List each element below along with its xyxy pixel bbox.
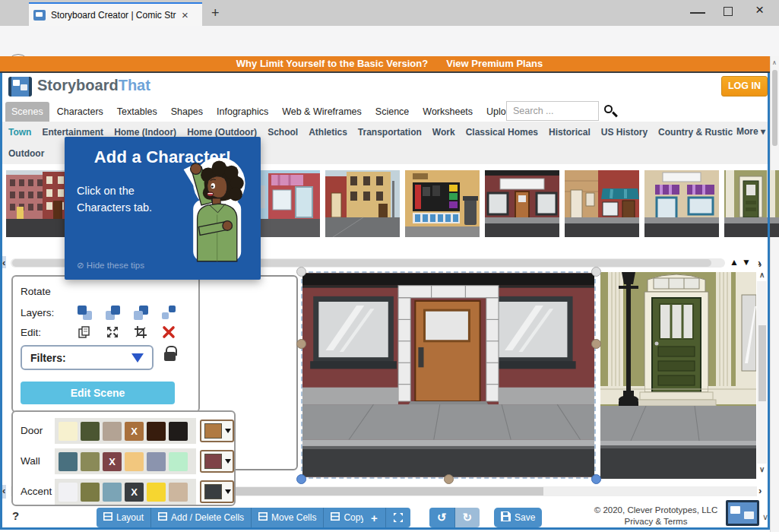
help-button[interactable]: ?	[12, 509, 19, 522]
banner-cta-link[interactable]: View Premium Plans	[446, 58, 543, 69]
door-swatch-4-selected[interactable]: X	[125, 422, 144, 441]
tab-shapes[interactable]: Shapes	[165, 102, 209, 122]
layer-forward-icon[interactable]	[106, 306, 120, 320]
category-athletics[interactable]: Athletics	[309, 127, 347, 138]
hide-tips-link[interactable]: ⊘ Hide these tips	[77, 260, 144, 271]
page-scrollbar-thumb[interactable]	[772, 70, 777, 146]
canvas-hscroll-right-icon[interactable]: ›	[758, 485, 762, 496]
tab-close-icon[interactable]: ×	[182, 8, 188, 21]
window-close-button[interactable]: ×	[755, 5, 764, 15]
wall-swatch-6[interactable]	[169, 452, 188, 471]
tab-web-wireframes[interactable]: Web & Wireframes	[276, 102, 368, 122]
door-swatch-3[interactable]	[103, 422, 122, 441]
window-minimize-button[interactable]	[690, 7, 705, 14]
new-tab-button[interactable]: +	[211, 5, 220, 21]
row-up-icon[interactable]: ▲	[730, 257, 739, 268]
move-cells-button[interactable]: Move Cells	[252, 508, 324, 527]
handle-mid-left[interactable]	[296, 339, 306, 349]
search-input[interactable]	[506, 101, 599, 121]
scene-thumbnail-purple-awning-cafe[interactable]	[644, 170, 719, 237]
wall-swatch-5[interactable]	[147, 452, 166, 471]
category-us-history[interactable]: US History	[601, 127, 648, 138]
canvas-hscroll-left-icon[interactable]: ‹	[2, 485, 5, 496]
handle-bottom-right[interactable]	[591, 474, 601, 484]
canvas-vscrollbar[interactable]	[757, 281, 767, 464]
wall-swatch-1[interactable]	[59, 452, 78, 471]
storyboard-cell-selected[interactable]	[301, 271, 596, 479]
add-element-button[interactable]: +	[363, 508, 386, 527]
category-home-outdoor-[interactable]: Home (Outdoor)	[187, 127, 257, 138]
tab-scenes[interactable]: Scenes	[5, 102, 49, 122]
accent-swatch-2[interactable]	[81, 483, 100, 502]
tab-worksheets[interactable]: Worksheets	[416, 102, 479, 122]
door-swatch-1[interactable]	[59, 422, 78, 441]
category-historical[interactable]: Historical	[549, 127, 591, 138]
lock-icon[interactable]	[164, 352, 176, 361]
thumb-scroll-left-icon[interactable]: ‹	[2, 257, 5, 268]
scene-thumbnail-newsstand[interactable]	[405, 170, 480, 237]
filters-dropdown[interactable]: Filters:	[21, 345, 154, 370]
page-scrollbar[interactable]: ∧	[770, 56, 779, 532]
accent-swatch-4-selected[interactable]: X	[125, 483, 144, 502]
tab-characters[interactable]: Characters	[51, 102, 109, 122]
scene-thumbnail-street-corner[interactable]	[325, 170, 400, 237]
layer-back-icon[interactable]	[162, 306, 176, 320]
door-color-dropdown[interactable]	[200, 420, 234, 442]
more-dropdown[interactable]: More ▾	[736, 126, 765, 137]
canvas-scroll-down-icon[interactable]: ∨	[759, 465, 765, 473]
category-school[interactable]: School	[268, 127, 298, 138]
scroll-up-icon[interactable]: ∧	[772, 59, 777, 66]
accent-color-dropdown[interactable]	[200, 480, 234, 503]
tab-textables[interactable]: Textables	[111, 102, 163, 122]
layer-front-icon[interactable]	[78, 306, 92, 320]
handle-bottom-left[interactable]	[296, 474, 306, 484]
wall-swatch-3-selected[interactable]: X	[103, 452, 122, 471]
wall-swatch-2[interactable]	[81, 452, 100, 471]
accent-swatch-3[interactable]	[103, 483, 122, 502]
layout-button[interactable]: Layout	[97, 508, 151, 527]
premium-banner[interactable]: Why Limit Yourself to the Basic Version?…	[0, 56, 779, 73]
login-button[interactable]: LOG IN	[721, 76, 768, 97]
accent-swatch-5[interactable]	[147, 483, 166, 502]
category-transportation[interactable]: Transportation	[358, 127, 422, 138]
redo-button[interactable]: ↻	[455, 508, 480, 527]
row-down-icon[interactable]: ▼	[742, 257, 751, 268]
accent-swatch-6[interactable]	[169, 483, 188, 502]
brand-wordmark[interactable]: StoryboardThat	[37, 77, 150, 94]
crop-icon[interactable]	[134, 325, 147, 339]
handle-mid-right[interactable]	[591, 339, 601, 349]
window-maximize-button[interactable]	[724, 7, 733, 16]
save-button[interactable]: Save	[494, 508, 542, 527]
door-swatch-5[interactable]	[147, 422, 166, 441]
category-classical-homes[interactable]: Classical Homes	[466, 127, 538, 138]
scene-thumbnail-red-storefront[interactable]	[485, 170, 559, 237]
wall-swatch-4[interactable]	[125, 452, 144, 471]
add-delete-cells-button[interactable]: Add / Delete Cells	[151, 508, 252, 527]
copy-element-icon[interactable]	[78, 325, 91, 339]
category-town[interactable]: Town	[8, 127, 31, 138]
tip-popup[interactable]: Add a Character! Click on the Characters…	[65, 137, 261, 280]
canvas-vscrollbar-thumb[interactable]	[758, 325, 766, 401]
storyboard-cell-right[interactable]	[600, 272, 756, 479]
accent-swatch-1[interactable]	[59, 483, 78, 502]
category-country-rustic[interactable]: Country & Rustic	[658, 127, 733, 138]
scene-thumbnail-teal-awning-shop[interactable]	[565, 170, 639, 237]
scene-thumbnail-green-door-building[interactable]	[724, 170, 779, 237]
handle-bottom-mid[interactable]	[444, 474, 454, 484]
resize-icon[interactable]	[106, 325, 119, 339]
category-entertainment[interactable]: Entertainment	[42, 127, 103, 138]
search-icon[interactable]	[604, 105, 613, 113]
door-swatch-2[interactable]	[81, 422, 100, 441]
category-work[interactable]: Work	[432, 127, 455, 138]
category-home-indoor-[interactable]: Home (Indoor)	[114, 127, 176, 138]
tab-infographics[interactable]: Infographics	[211, 102, 274, 122]
storyboardthat-logo-icon[interactable]	[8, 77, 32, 97]
fullscreen-button[interactable]	[386, 508, 410, 527]
handle-top-right[interactable]	[591, 267, 601, 277]
door-swatch-6[interactable]	[169, 422, 188, 441]
privacy-terms-link[interactable]: Privacy & Terms	[587, 516, 724, 527]
browser-tab[interactable]: Storyboard Creator | Comic Str ×	[29, 2, 202, 26]
handle-top-left[interactable]	[296, 267, 306, 277]
footer-logo-icon[interactable]	[726, 500, 759, 526]
tab-science[interactable]: Science	[369, 102, 415, 122]
